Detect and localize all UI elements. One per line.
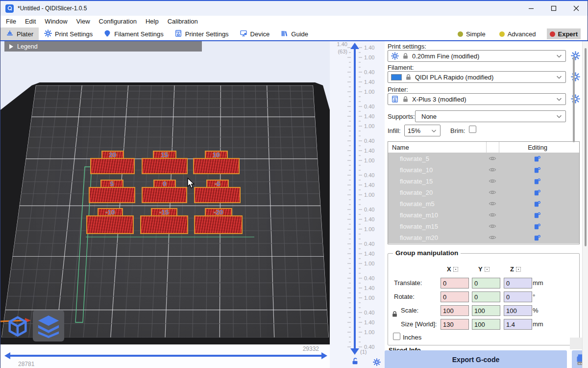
group-scale-z-input[interactable]: [504, 305, 532, 316]
mode-expert[interactable]: Expert: [547, 28, 581, 39]
lock-icon: [402, 53, 409, 60]
layer-slider-track[interactable]: 1.401.000.401.401.000.401.401.000.401.40…: [330, 41, 385, 368]
visibility-eye-icon[interactable]: [489, 200, 496, 209]
menu-item-calibration[interactable]: Calibration: [163, 16, 202, 27]
group-sizeworld-z-input[interactable]: [504, 319, 532, 330]
chevron-down-icon: [556, 96, 563, 103]
model-object-10[interactable]: 10: [193, 151, 240, 174]
object-body[interactable]: [193, 158, 240, 174]
lock-open-icon[interactable]: [351, 357, 359, 367]
close-button[interactable]: [565, 1, 588, 16]
list-item[interactable]: flowrate_10: [388, 164, 579, 176]
model-object-m5[interactable]: -5: [194, 180, 241, 203]
list-item[interactable]: flowrate_m20: [388, 232, 579, 243]
model-object-m10[interactable]: -10: [86, 208, 134, 234]
visibility-eye-icon[interactable]: [489, 155, 496, 164]
edit-object-icon[interactable]: [534, 200, 541, 209]
group-translate-y-input[interactable]: [472, 278, 500, 289]
group-sizeworld-x-input[interactable]: [441, 319, 469, 330]
menu-item-file[interactable]: File: [1, 16, 21, 27]
panel-scrollbar[interactable]: [582, 41, 588, 368]
group-scale-y-input[interactable]: [472, 305, 500, 316]
window-title: *Untitled - QIDISlicer-1.0.5: [18, 5, 87, 12]
model-object-20[interactable]: 20: [90, 151, 135, 174]
group-sizeworld-y-input[interactable]: [472, 319, 500, 330]
menu-item-window[interactable]: Window: [40, 16, 72, 27]
printer-gear-button[interactable]: [571, 94, 581, 104]
visibility-eye-icon[interactable]: [489, 211, 496, 220]
group-rotate-y-input[interactable]: [472, 291, 500, 302]
visibility-eye-icon[interactable]: [489, 177, 496, 186]
tab-print-settings[interactable]: Print Settings: [39, 27, 98, 40]
tab-printer-settings[interactable]: Printer Settings: [169, 27, 234, 40]
group-rotate-z-input[interactable]: [504, 291, 532, 302]
list-item[interactable]: flowrate_m10: [388, 210, 579, 221]
tab-device[interactable]: Device: [234, 27, 275, 40]
edit-object-icon[interactable]: [534, 211, 541, 220]
list-item[interactable]: flowrate_m5: [388, 198, 579, 210]
model-object-m15[interactable]: -15: [140, 208, 188, 234]
group-scale-x-input[interactable]: [441, 305, 469, 316]
printer-combobox[interactable]: X-Plus 3 (modified): [388, 93, 566, 105]
brim-checkbox[interactable]: [469, 126, 476, 133]
minimize-button[interactable]: [520, 1, 542, 16]
flowrate-value-label: 10: [213, 151, 220, 158]
model-object-5[interactable]: 5: [89, 180, 135, 203]
preview-view-button[interactable]: [33, 310, 64, 342]
edit-object-icon[interactable]: [534, 166, 541, 175]
supports-combobox[interactable]: None: [415, 110, 566, 122]
inches-checkbox[interactable]: [393, 333, 400, 340]
moves-slider-track[interactable]: [0, 344, 330, 368]
export-gcode-button[interactable]: Export G-code: [385, 350, 567, 368]
object-body[interactable]: [86, 215, 134, 234]
maximize-button[interactable]: [542, 1, 565, 16]
group-translate-x-input[interactable]: [441, 278, 469, 289]
object-body[interactable]: [90, 158, 135, 174]
print-settings-combobox[interactable]: 0.20mm Fine (modified): [388, 50, 566, 62]
object-body[interactable]: [89, 187, 135, 203]
print-settings-gear-button[interactable]: [571, 51, 581, 61]
model-object-0[interactable]: 0: [142, 180, 187, 203]
object-body[interactable]: [142, 158, 188, 174]
object-body[interactable]: [194, 215, 243, 234]
list-item[interactable]: flowrate_20: [388, 187, 579, 198]
object-body[interactable]: [142, 187, 187, 203]
mode-advanced[interactable]: Advanced: [496, 28, 539, 39]
tab-filament-settings[interactable]: Filament Settings: [98, 27, 169, 40]
group-rotate-x-input[interactable]: [441, 291, 469, 302]
model-object-m20[interactable]: -20: [194, 208, 243, 234]
visibility-eye-icon[interactable]: [489, 234, 496, 243]
menu-item-view[interactable]: View: [72, 16, 95, 27]
visibility-eye-icon[interactable]: [489, 166, 496, 175]
filament-combobox[interactable]: QIDI PLA Rapido (modified): [388, 71, 566, 83]
model-object-15[interactable]: 15: [142, 151, 188, 174]
menu-item-edit[interactable]: Edit: [21, 16, 40, 27]
list-item[interactable]: flowrate_5: [388, 153, 579, 164]
visibility-eye-icon[interactable]: [489, 188, 496, 198]
object-body[interactable]: [194, 187, 241, 203]
visibility-eye-icon[interactable]: [489, 222, 496, 232]
edit-object-icon[interactable]: [534, 223, 541, 232]
menu-item-configuration[interactable]: Configuration: [95, 16, 141, 27]
edit-object-icon[interactable]: [534, 234, 541, 243]
object-list-scrollbar[interactable]: [573, 57, 575, 142]
uniform-scale-lock-icon[interactable]: [391, 311, 398, 319]
slider-settings-gear-icon[interactable]: [373, 358, 381, 368]
viewport-3d[interactable]: Legend 20151050-5-10-15-20: [0, 41, 330, 344]
legend-header[interactable]: Legend: [4, 41, 202, 52]
filament-gear-button[interactable]: [571, 72, 581, 82]
list-item[interactable]: flowrate_m15: [388, 221, 579, 232]
edit-object-icon[interactable]: [534, 189, 541, 198]
tab-plater[interactable]: Plater: [0, 27, 39, 40]
list-item[interactable]: flowrate_15: [388, 176, 579, 187]
tab-guide[interactable]: Guide: [275, 27, 314, 40]
object-body[interactable]: [140, 215, 188, 234]
mode-simple[interactable]: Simple: [455, 28, 489, 39]
edit-object-icon[interactable]: [534, 178, 541, 186]
edit-object-icon[interactable]: [534, 155, 541, 164]
menu-item-help[interactable]: Help: [141, 16, 163, 27]
infill-combobox[interactable]: 15%: [404, 125, 441, 136]
group-translate-z-input[interactable]: [504, 278, 532, 289]
panel-scrollbar-thumb[interactable]: [585, 48, 587, 246]
editor-view-button[interactable]: [3, 310, 32, 341]
